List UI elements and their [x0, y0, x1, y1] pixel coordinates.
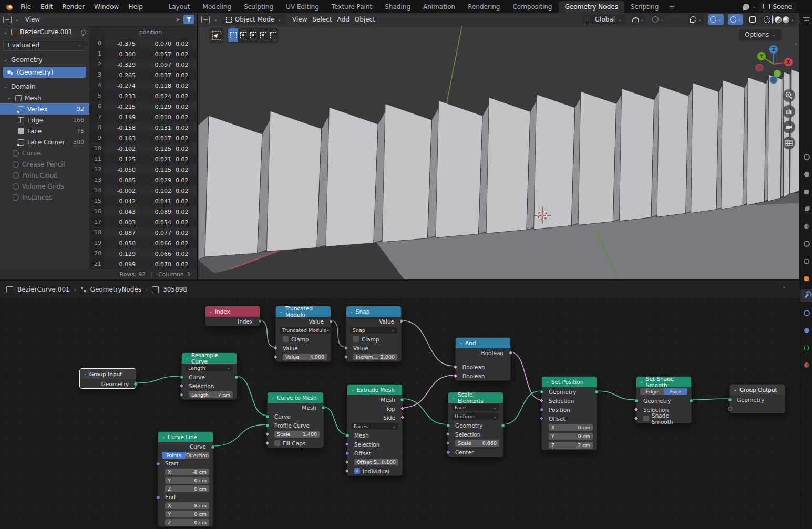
chevron-down-icon[interactable]: ⌄	[15, 17, 19, 22]
breadcrumb-node[interactable]: 305898	[163, 286, 187, 293]
pin-icon[interactable]	[81, 30, 86, 35]
collapse-chevron-icon[interactable]: ⌄	[452, 396, 455, 400]
mesh-tree-row[interactable]: ⌄ Mesh	[0, 92, 89, 103]
table-row[interactable]: 6-0.2150.1290.02	[89, 101, 197, 112]
properties-editor-icon[interactable]	[803, 17, 810, 24]
sidebar-expand-chevron[interactable]: ‹	[795, 40, 797, 47]
socket-geo-left[interactable]	[634, 399, 639, 403]
node-set-position[interactable]: ⌄Set PositionGeometrySelectionPositionOf…	[541, 376, 597, 450]
node-header-scale-elements[interactable]: ⌄Scale Elements	[448, 392, 503, 403]
tab-rendering[interactable]: Rendering	[461, 1, 506, 13]
checkbox-clamp[interactable]	[283, 336, 289, 342]
add-workspace-button[interactable]: +	[665, 1, 679, 13]
socket-geo-right[interactable]	[594, 390, 599, 394]
node-header-group-input[interactable]: ⌄Group Input	[80, 369, 136, 379]
value-slider-scale[interactable]: Scale0.660	[455, 440, 499, 447]
properties-tab-constraints[interactable]	[800, 324, 812, 337]
snap-toggle[interactable]: ⌄	[630, 14, 646, 25]
evaluation-state-dropdown[interactable]: Evaluated ⌄	[3, 39, 86, 51]
value-slider-scale[interactable]: Scale1.400	[274, 431, 320, 438]
toggle-points-direction[interactable]: PointsDirection	[162, 452, 209, 459]
table-row[interactable]: 12-0.0500.1150.02	[89, 164, 197, 175]
table-row[interactable]: 180.0870.0770.02	[89, 227, 197, 238]
geometry-component-pill[interactable]: (Geometry)	[3, 67, 86, 78]
solid-shading-button[interactable]	[772, 15, 774, 24]
socket-geo-right[interactable]	[234, 375, 239, 379]
toggle-option-face[interactable]: Face	[664, 388, 687, 395]
node-group-output[interactable]: ⌄Group OutputGeometry	[729, 384, 785, 413]
node-snap[interactable]: ⌄SnapValueSnap⌄ClampValueIncrem...2.000	[346, 306, 402, 362]
vector-field-z[interactable]: Z0 cm	[165, 485, 209, 492]
socket-vec-left[interactable]	[446, 450, 450, 454]
node-set-shade-smooth[interactable]: ⌄Set Shade SmoothEdgeFaceGeometrySelecti…	[636, 376, 692, 423]
viewport-menu-add[interactable]: Add	[335, 15, 352, 24]
select-difference-button[interactable]	[258, 28, 268, 42]
vector-field-z[interactable]: Z2 cm	[549, 442, 593, 449]
spreadsheet-view-menu[interactable]: View	[23, 15, 43, 24]
chevron-down-icon[interactable]: ⌄	[4, 30, 8, 35]
domain-row-face[interactable]: Face75	[0, 126, 89, 137]
toggle-option-direction[interactable]: Direction	[186, 452, 209, 459]
node-dropdown[interactable]: Uniform⌄	[452, 413, 499, 420]
wireframe-shading-button[interactable]	[764, 16, 770, 23]
dataset-object-row[interactable]: ⌄ BezierCurve.001	[0, 26, 89, 38]
table-row[interactable]: 14-0.0020.1020.02	[89, 185, 197, 196]
tab-modeling[interactable]: Modeling	[197, 1, 238, 13]
select-subtract-button[interactable]	[248, 28, 258, 42]
collapse-chevron-icon[interactable]: ⌄	[782, 283, 786, 289]
socket-geo-right[interactable]	[501, 423, 505, 428]
table-row[interactable]: 7-0.199-0.0180.02	[89, 112, 197, 122]
vector-field-x[interactable]: X0 cm	[549, 424, 593, 431]
vector-field-x[interactable]: X8 cm	[165, 502, 209, 509]
socket-geo-right[interactable]	[689, 399, 693, 403]
socket-geo-right[interactable]	[133, 382, 138, 386]
socket-geo-left[interactable]	[265, 414, 270, 419]
component-row-curve[interactable]: Curve	[0, 148, 89, 159]
socket-geo-left[interactable]	[446, 423, 450, 428]
tab-scripting[interactable]: Scripting	[624, 1, 665, 13]
component-row-volume-grids[interactable]: Volume Grids	[0, 181, 89, 192]
select-intersect-button[interactable]	[268, 28, 278, 42]
menu-file[interactable]: File	[16, 2, 36, 12]
toggle-edge-face[interactable]: EdgeFace	[640, 388, 687, 395]
checkbox-shade-smooth[interactable]	[643, 416, 649, 421]
socket-vec-left[interactable]	[540, 408, 544, 412]
node-curve-to-mesh[interactable]: ⌄Curve to MeshMeshCurveProfile CurveScal…	[267, 392, 324, 448]
spreadsheet-editor-icon[interactable]	[3, 16, 12, 23]
node-header-set-shade-smooth[interactable]: ⌄Set Shade Smooth	[636, 377, 691, 387]
tab-sculpting[interactable]: Sculpting	[238, 1, 280, 13]
component-row-point-cloud[interactable]: Point Cloud	[0, 170, 89, 181]
properties-tab-scene[interactable]	[800, 220, 812, 233]
node-header-snap[interactable]: ⌄Snap	[346, 306, 401, 317]
socket-geo-right[interactable]	[400, 398, 404, 402]
node-dropdown[interactable]: Faces⌄	[351, 423, 398, 430]
node-header-curve-to-mesh[interactable]: ⌄Curve to Mesh	[268, 392, 323, 403]
viewport-menu-select[interactable]: Select	[310, 15, 334, 24]
table-row[interactable]: 160.0430.0890.02	[89, 206, 197, 217]
3d-viewport[interactable]: ⌄ Object Mode ⌄ ViewSelectAddObject Glob…	[198, 13, 799, 279]
vector-field-x[interactable]: X-8 cm	[165, 469, 209, 475]
properties-tab-object-data[interactable]	[800, 341, 812, 354]
properties-tab-world[interactable]	[800, 237, 812, 250]
value-slider-length[interactable]: Length7 cm	[189, 391, 233, 398]
table-row[interactable]: 11-0.125-0.0210.02	[89, 154, 197, 164]
collapse-chevron-icon[interactable]: ⌄	[459, 341, 462, 345]
table-row[interactable]: 1-0.300-0.0570.02	[89, 49, 197, 59]
select-tool-button[interactable]	[210, 28, 223, 42]
node-header-index[interactable]: ⌄Index	[205, 306, 260, 317]
collapse-chevron-icon[interactable]: ⌄	[734, 388, 737, 392]
collapse-chevron-icon[interactable]: ⌄	[350, 309, 353, 314]
tab-compositing[interactable]: Compositing	[506, 1, 558, 13]
table-row[interactable]: 2-0.3290.0970.02	[89, 59, 197, 70]
transform-orientation-dropdown[interactable]: Global ⌄	[582, 15, 626, 24]
domain-row-edge[interactable]: Edge166	[0, 115, 89, 126]
table-row[interactable]: 200.1290.0660.02	[89, 248, 197, 259]
value-slider-increm[interactable]: Increm...2.000	[353, 354, 397, 360]
render-engine-icon[interactable]	[743, 4, 749, 10]
properties-tab-modifiers[interactable]	[800, 289, 812, 302]
socket-geo-right[interactable]	[321, 406, 325, 410]
viewport-menu-object[interactable]: Object	[352, 15, 378, 24]
collapse-chevron-icon[interactable]: ⌄	[186, 356, 189, 360]
vector-field-y[interactable]: Y0 cm	[165, 511, 209, 517]
properties-tab-output[interactable]	[800, 185, 812, 198]
